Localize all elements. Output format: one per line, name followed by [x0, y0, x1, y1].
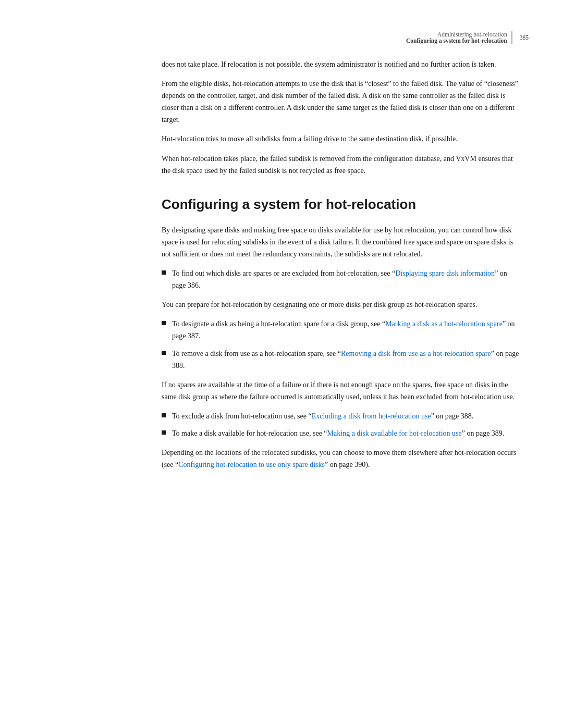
bullet-content-2: To designate a disk as being a hot-reloc… — [172, 318, 521, 342]
content-area: does not take place. If relocation is no… — [0, 58, 563, 471]
para4-link[interactable]: Configuring hot-relocation to use only s… — [178, 461, 325, 468]
bullet-marker-1 — [162, 270, 166, 275]
section-para-4: Depending on the locations of the reloca… — [162, 447, 521, 471]
bullet-5-text-after: ” on page 389. — [462, 429, 505, 437]
page-number: 385 — [520, 34, 529, 41]
bullet-marker-4 — [162, 413, 166, 417]
bullet-2-link[interactable]: Marking a disk as a hot-relocation spare — [385, 320, 503, 328]
bullet-marker-2 — [162, 321, 166, 325]
intro-para-1: does not take place. If relocation is no… — [162, 58, 521, 70]
bullet-content-3: To remove a disk from use as a hot-reloc… — [172, 348, 521, 372]
header-section-title: Configuring a system for hot-relocation — [406, 38, 507, 44]
intro-para-2: From the eligible disks, hot-relocation … — [162, 78, 521, 126]
intro-para-4: When hot-relocation takes place, the fai… — [162, 153, 521, 177]
header-text-block: Administering hot-relocation Configuring… — [406, 31, 511, 44]
bullet-5-link[interactable]: Making a disk available for hot-relocati… — [327, 429, 462, 437]
page-container: Administering hot-relocation Configuring… — [0, 0, 563, 728]
bullet-item-3: To remove a disk from use as a hot-reloc… — [162, 348, 521, 372]
header-chapter-title: Administering hot-relocation — [437, 31, 507, 38]
bullet-4-text-after: ” on page 388. — [431, 412, 474, 420]
bullet-item-1: To find out which disks are spares or ar… — [162, 267, 521, 291]
section-para-2: You can prepare for hot-relocation by de… — [162, 299, 521, 311]
bullet-item-5: To make a disk available for hot-relocat… — [162, 427, 521, 439]
section-heading: Configuring a system for hot-relocation — [162, 196, 521, 213]
bullet-content-4: To exclude a disk from hot-relocation us… — [172, 410, 521, 422]
bullet-2-text-before: To designate a disk as being a hot-reloc… — [172, 320, 385, 328]
bullet-1-text-before: To find out which disks are spares or ar… — [172, 269, 395, 277]
intro-para-3: Hot-relocation tries to move all subdisk… — [162, 133, 521, 145]
bullet-4-link[interactable]: Excluding a disk from hot-relocation use — [312, 412, 431, 420]
para4-text-after: ” on page 390). — [325, 461, 370, 468]
header-block: Administering hot-relocation Configuring… — [406, 31, 532, 44]
page-header: Administering hot-relocation Configuring… — [0, 31, 563, 44]
bullet-1-link[interactable]: Displaying spare disk information — [395, 269, 495, 277]
bullet-marker-3 — [162, 351, 166, 355]
section-para-3: If no spares are available at the time o… — [162, 379, 521, 403]
bullet-3-text-before: To remove a disk from use as a hot-reloc… — [172, 350, 341, 357]
section-para-1: By designating spare disks and making fr… — [162, 224, 521, 260]
bullet-marker-5 — [162, 430, 166, 435]
bullet-item-4: To exclude a disk from hot-relocation us… — [162, 410, 521, 422]
bullet-content-1: To find out which disks are spares or ar… — [172, 267, 521, 291]
bullet-list-3: To exclude a disk from hot-relocation us… — [162, 410, 521, 439]
bullet-list-1: To find out which disks are spares or ar… — [162, 267, 521, 291]
bullet-3-link[interactable]: Removing a disk from use as a hot-reloca… — [341, 350, 491, 357]
bullet-4-text-before: To exclude a disk from hot-relocation us… — [172, 412, 312, 420]
bullet-5-text-before: To make a disk available for hot-relocat… — [172, 429, 327, 437]
bullet-content-5: To make a disk available for hot-relocat… — [172, 427, 521, 439]
bullet-list-2: To designate a disk as being a hot-reloc… — [162, 318, 521, 371]
bullet-item-2: To designate a disk as being a hot-reloc… — [162, 318, 521, 342]
